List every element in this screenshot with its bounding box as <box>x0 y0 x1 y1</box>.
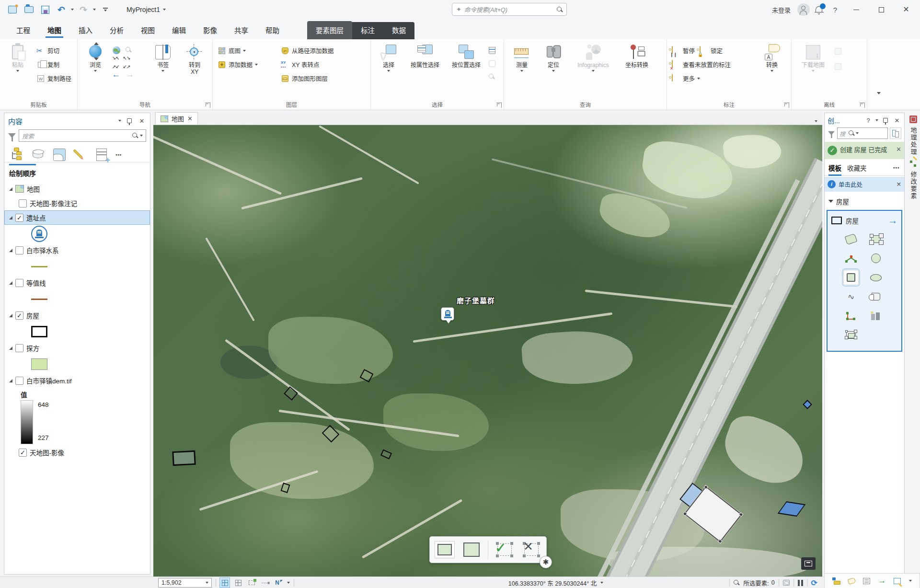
circle-tool[interactable] <box>869 251 883 265</box>
north-arrow-icon[interactable]: N <box>274 578 283 588</box>
cancel-sketch-button[interactable]: ✕ <box>519 539 544 560</box>
tab-edit[interactable]: 编辑 <box>164 21 194 39</box>
sign-in-status[interactable]: 未登录 <box>772 5 791 14</box>
trench-fill-symbol[interactable] <box>31 358 47 370</box>
minimize-button[interactable] <box>846 2 866 17</box>
clear-selection-icon[interactable] <box>488 59 496 68</box>
geoprocessing-icon[interactable] <box>909 115 917 123</box>
snapping-toggle[interactable] <box>220 578 230 588</box>
house-feature[interactable] <box>284 386 298 400</box>
expand-triangle[interactable] <box>9 187 12 191</box>
dock-tab-geoprocessing[interactable]: 地理处理 <box>909 127 918 156</box>
close-button[interactable]: ✕ <box>896 2 916 17</box>
building-tool[interactable]: ✳ <box>869 309 883 323</box>
list-by-drawing-order-tab[interactable] <box>10 148 24 162</box>
customize-qat-button[interactable] <box>99 3 112 16</box>
template-rect-option-button[interactable] <box>432 539 457 560</box>
coordinate-conversion-button[interactable]: 坐标转换 <box>618 42 656 98</box>
select-button[interactable]: 选择 <box>374 42 403 98</box>
template-search-input[interactable]: 搜 <box>837 127 888 139</box>
right-angle-polygon-tool[interactable] <box>869 232 883 246</box>
tab-feature-layer[interactable]: 要素图层 <box>307 21 352 39</box>
map-view-tab[interactable]: 地图 ✕ <box>155 112 198 125</box>
layer-checkbox-unchecked[interactable] <box>15 344 23 352</box>
template-group-houses[interactable]: 房屋 <box>825 192 904 209</box>
navigation-dialog-launcher[interactable] <box>205 103 210 108</box>
water-line-symbol[interactable] <box>31 266 47 267</box>
filter-funnel-icon[interactable] <box>828 131 835 136</box>
command-search-box[interactable]: ✦ 命令搜索(Alt+Q) <box>452 3 567 16</box>
contour-symbol-row[interactable] <box>4 290 150 308</box>
editor-more-chevron[interactable] <box>909 580 912 582</box>
polygon-tool[interactable] <box>844 232 858 246</box>
view-list-chevron[interactable] <box>815 120 817 122</box>
expand-triangle[interactable] <box>9 281 12 285</box>
map-extent-icon[interactable] <box>783 580 790 586</box>
close-pane-icon[interactable]: ✕ <box>138 117 146 125</box>
tab-favorites[interactable]: 收藏夹 <box>847 163 867 173</box>
layer-checkbox-checked[interactable]: ✓ <box>15 214 23 222</box>
cut-button[interactable]: ✂剪切 <box>34 44 73 57</box>
layer-row-water[interactable]: 白市驿水系 <box>4 243 150 257</box>
zoom-to-selection-icon[interactable] <box>125 46 133 55</box>
offline-dialog-launcher[interactable] <box>860 103 865 108</box>
pane-help-icon[interactable]: ? <box>864 117 873 124</box>
tab-share[interactable]: 共享 <box>227 21 256 39</box>
house-feature-blue-parallelogram[interactable] <box>778 501 806 517</box>
editor-attributes-icon[interactable] <box>863 578 870 584</box>
selection-zoom-icon[interactable] <box>734 580 739 586</box>
house-feature[interactable] <box>172 450 196 466</box>
add-data-button[interactable]: + 添加数据 <box>216 58 277 71</box>
house-feature-blue[interactable] <box>803 400 812 409</box>
dismiss-banner-icon[interactable]: ✕ <box>896 146 901 153</box>
layer-checkbox-checked[interactable]: ✓ <box>19 449 27 457</box>
site-marker[interactable] <box>441 307 454 321</box>
layer-row-houses[interactable]: ✓ 房屋 <box>4 308 150 323</box>
site-point-symbol[interactable] <box>31 226 47 242</box>
full-extent-icon[interactable] <box>112 46 121 55</box>
label-pause-button[interactable]: ❙❙暂停 <box>670 44 697 57</box>
layer-row-dem[interactable]: 白市驿镇dem.tif <box>4 373 150 388</box>
contents-search-input[interactable]: 搜索 <box>19 129 146 142</box>
map-tab-close-icon[interactable]: ✕ <box>187 115 193 122</box>
layer-row-sites[interactable]: ✓ 遗址点 <box>4 210 150 225</box>
layer-row-map[interactable]: 地图 <box>4 182 150 196</box>
close-pane-icon[interactable]: ✕ <box>893 117 901 124</box>
label-more-button[interactable]: 更多 <box>670 72 755 85</box>
remove-replica-icon[interactable] <box>834 62 842 71</box>
scale-combo[interactable]: 1:5,902 <box>158 578 212 588</box>
grid-toggle[interactable] <box>233 578 243 588</box>
tab-data[interactable]: 数据 <box>383 21 414 39</box>
expand-triangle[interactable] <box>9 249 12 252</box>
rectangle-tool[interactable] <box>844 270 858 285</box>
add-data-from-path-button[interactable]: ⌐从路径添加数据 <box>279 44 336 57</box>
more-view-tabs[interactable]: ⋯ <box>115 151 123 159</box>
tab-view[interactable]: 视图 <box>133 21 162 39</box>
sites-symbol-row[interactable] <box>4 225 150 243</box>
freehand-tool[interactable]: ∿ <box>844 289 858 304</box>
convert-labels-button[interactable]: A 转换 <box>757 42 787 98</box>
goto-xy-button[interactable]: 转到 XY <box>180 42 209 98</box>
explore-button[interactable]: 浏览 <box>80 42 110 98</box>
tab-templates[interactable]: 模板 <box>828 163 841 173</box>
layer-row-imagery[interactable]: ✓ 天地图-影像 <box>4 445 150 460</box>
selection-dialog-launcher[interactable] <box>496 103 502 108</box>
redo-dropdown-chevron[interactable] <box>93 9 96 11</box>
manage-templates-button[interactable] <box>890 127 901 139</box>
undo-dropdown-chevron[interactable] <box>71 9 74 11</box>
redo-button[interactable]: ↷ <box>77 3 90 16</box>
layer-checkbox-unchecked[interactable] <box>15 279 23 287</box>
layer-checkbox-unchecked[interactable] <box>15 377 23 385</box>
trace-tool[interactable] <box>844 328 858 342</box>
next-extent-icon[interactable]: → <box>126 70 134 79</box>
expand-triangle[interactable] <box>9 346 12 350</box>
tab-insert[interactable]: 插入 <box>71 21 100 39</box>
toolbar-options-gear-icon[interactable]: ✱ <box>540 556 552 568</box>
select-by-location-button[interactable]: 按位置选择 <box>447 42 486 98</box>
pin-icon[interactable] <box>125 117 134 125</box>
notifications-bell-icon[interactable] <box>815 4 824 15</box>
locate-button[interactable]: 定位 <box>539 42 568 98</box>
house-rect-symbol[interactable] <box>31 326 47 337</box>
zoom-to-selected-icon[interactable] <box>488 73 496 81</box>
list-by-selection-tab[interactable] <box>52 148 67 162</box>
